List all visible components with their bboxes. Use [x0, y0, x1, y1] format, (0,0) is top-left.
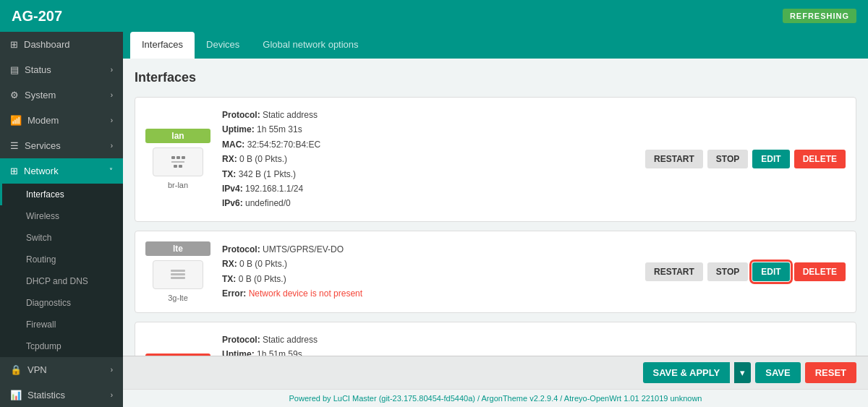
main-area: Interfaces Devices Global network option… — [123, 32, 868, 407]
iface-actions-lan: RESTART STOP EDIT DELETE — [645, 150, 846, 168]
sidebar-item-label: VPN — [27, 364, 47, 375]
stop-button-lan[interactable]: STOP — [707, 150, 748, 168]
interface-card-lan: lan — [135, 97, 856, 222]
iface-details-lan: Protocol: Static address Uptime: 1h 55m … — [222, 108, 634, 211]
chevron-right-icon: › — [111, 391, 113, 399]
save-apply-dropdown-button[interactable]: ▾ — [734, 362, 751, 383]
modem-icon: 📶 — [10, 115, 22, 126]
sidebar-item-label: System — [25, 90, 56, 100]
sidebar-item-services[interactable]: ☰ Services › — [0, 133, 123, 158]
sidebar-sub-item-tcpdump[interactable]: Tcpdump — [0, 335, 123, 357]
reset-button[interactable]: RESET — [805, 362, 856, 383]
content-area: Interfaces lan — [123, 59, 868, 356]
tab-devices[interactable]: Devices — [195, 32, 251, 59]
iface-sub-label-lte: 3g-lte — [168, 294, 188, 302]
iface-actions-lte: RESTART STOP EDIT DELETE — [645, 262, 846, 281]
edit-button-lan[interactable]: EDIT — [752, 150, 789, 168]
sidebar-item-label: Services — [25, 140, 61, 151]
sidebar-item-label: Statistics — [27, 390, 65, 400]
iface-icon-lte — [153, 260, 203, 289]
save-apply-button[interactable]: SAVE & APPLY — [643, 362, 731, 383]
chevron-right-icon: › — [111, 142, 113, 150]
edit-button-lte[interactable]: EDIT — [752, 262, 789, 281]
app-logo: AG-207 — [12, 8, 62, 25]
refreshing-badge: REFRESHING — [783, 9, 856, 23]
services-icon: ☰ — [10, 140, 19, 151]
bottom-bar: SAVE & APPLY ▾ SAVE RESET — [123, 356, 868, 389]
sidebar-sub-item-interfaces[interactable]: Interfaces — [0, 184, 123, 205]
sidebar-item-label: Modem — [27, 115, 59, 126]
footer: Powered by LuCI Master (git-23.175.80454… — [123, 389, 868, 407]
network-icon: ⊞ — [10, 166, 18, 176]
tab-interfaces[interactable]: Interfaces — [130, 32, 195, 59]
sidebar-sub-item-diagnostics[interactable]: Diagnostics — [0, 292, 123, 314]
delete-button-lan[interactable]: DELETE — [794, 150, 846, 168]
statistics-icon: 📊 — [10, 390, 22, 400]
iface-details-wan6: Protocol: Static address Uptime: 1h 51m … — [222, 333, 634, 356]
iface-badge-area-lte: lte 3g-lte — [145, 241, 210, 302]
sidebar-sub-item-switch[interactable]: Switch — [0, 227, 123, 249]
tabs-bar: Interfaces Devices Global network option… — [123, 32, 868, 59]
chevron-down-icon: ˅ — [109, 167, 113, 175]
interface-card-lte: lte 3g-lte Protocol: UMTS/GPRS/EV-DO RX:… — [135, 231, 856, 313]
iface-badge-lte: lte — [145, 241, 210, 256]
stop-button-lte[interactable]: STOP — [707, 262, 748, 281]
sidebar-sub-item-wireless[interactable]: Wireless — [0, 205, 123, 227]
sidebar-item-network[interactable]: ⊞ Network ˅ — [0, 158, 123, 184]
sidebar-item-statistics[interactable]: 📊 Statistics › — [0, 382, 123, 407]
sidebar: ⊞ Dashboard ▤ Status › ⚙ System › 📶 Mode… — [0, 32, 123, 407]
tab-global-network-options[interactable]: Global network options — [251, 32, 370, 59]
sidebar-item-dashboard[interactable]: ⊞ Dashboard — [0, 32, 123, 57]
chevron-right-icon: › — [111, 66, 113, 74]
sidebar-item-label: Status — [25, 64, 51, 75]
sidebar-sub-item-firewall[interactable]: Firewall — [0, 314, 123, 335]
footer-text: Powered by LuCI Master (git-23.175.80454… — [289, 394, 702, 403]
top-bar: AG-207 REFRESHING — [0, 0, 868, 32]
dashboard-icon: ⊞ — [10, 39, 18, 50]
system-icon: ⚙ — [10, 90, 19, 100]
sidebar-item-system[interactable]: ⚙ System › — [0, 82, 123, 108]
restart-button-lan[interactable]: RESTART — [645, 150, 703, 168]
sidebar-item-label: Dashboard — [24, 39, 70, 50]
sidebar-sub-item-routing[interactable]: Routing — [0, 249, 123, 270]
sidebar-item-modem[interactable]: 📶 Modem › — [0, 108, 123, 133]
sidebar-sub-network: Interfaces Wireless Switch Routing DHCP … — [0, 184, 123, 357]
status-icon: ▤ — [10, 64, 19, 75]
page-title: Interfaces — [135, 70, 856, 85]
sidebar-item-status[interactable]: ▤ Status › — [0, 57, 123, 82]
save-button[interactable]: SAVE — [755, 362, 800, 383]
sidebar-item-label: Network — [24, 166, 59, 176]
sidebar-sub-item-dhcp-dns[interactable]: DHCP and DNS — [0, 270, 123, 292]
chevron-right-icon: › — [111, 366, 113, 374]
chevron-right-icon: › — [111, 91, 113, 99]
restart-button-lte[interactable]: RESTART — [645, 262, 703, 281]
iface-badge-lan: lan — [145, 129, 210, 143]
vpn-icon: 🔒 — [10, 364, 22, 375]
chevron-right-icon: › — [111, 116, 113, 124]
sidebar-item-vpn[interactable]: 🔒 VPN › — [0, 357, 123, 382]
iface-sub-label-lan: br-lan — [168, 181, 188, 189]
delete-button-lte[interactable]: DELETE — [794, 262, 846, 281]
interface-card-wan6: wan6 — [135, 322, 856, 356]
iface-icon-lan — [153, 147, 203, 176]
iface-badge-area-lan: lan — [145, 129, 210, 189]
iface-details-lte: Protocol: UMTS/GPRS/EV-DO RX: 0 B (0 Pkt… — [222, 242, 634, 301]
